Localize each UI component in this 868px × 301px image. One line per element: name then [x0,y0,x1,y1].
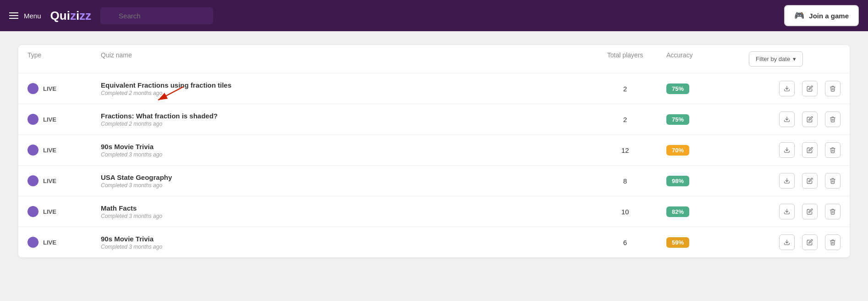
players-cell: 2 [584,116,666,123]
edit-button[interactable] [802,142,818,158]
delete-button[interactable] [825,234,841,250]
quiz-name: 90s Movie Trivia [101,235,584,243]
delete-button[interactable] [825,142,841,158]
quiz-completed: Completed 3 months ago [101,244,584,250]
accuracy-cell: 98% [666,176,749,186]
players-cell: 8 [584,177,666,185]
quiz-name: Fractions: What fraction is shaded? [101,112,584,120]
type-cell: LIVE [27,175,101,186]
actions-cell [749,81,841,96]
download-button[interactable] [779,204,795,219]
delete-button[interactable] [825,111,841,127]
accuracy-cell: 75% [666,84,749,94]
download-button[interactable] [779,142,795,158]
col-header-quizname: Quiz name [101,51,584,67]
quiz-name-cell: 90s Movie Trivia Completed 3 months ago [101,235,584,250]
quiz-name: 90s Movie Trivia [101,143,584,150]
main-header: Menu Quizizz 🎮 Join a game [0,0,868,31]
accuracy-badge: 75% [666,84,689,94]
join-game-label: Join a game [809,12,849,20]
hamburger-icon[interactable] [9,12,18,19]
accuracy-cell: 59% [666,237,749,248]
col-header-accuracy: Accuracy [666,51,749,67]
download-button[interactable] [779,234,795,250]
live-badge: LIVE [43,116,56,123]
filter-by-date-button[interactable]: Filter by date ▾ [749,51,803,67]
col-header-type: Type [27,51,101,67]
quiz-completed: Completed 3 months ago [101,151,584,158]
live-badge: LIVE [43,85,56,92]
edit-button[interactable] [802,204,818,219]
chevron-down-icon: ▾ [793,56,796,62]
menu-label: Menu [24,12,41,20]
search-input[interactable] [100,7,213,24]
quiz-completed: Completed 3 months ago [101,213,584,219]
accuracy-badge: 98% [666,176,689,186]
edit-button[interactable] [802,111,818,127]
live-dot [27,175,38,186]
live-badge: LIVE [43,147,56,154]
download-button[interactable] [779,111,795,127]
quiz-name-cell: Equivalent Fractions using fraction tile… [101,81,584,96]
type-cell: LIVE [27,83,101,94]
table-row: LIVE 90s Movie Trivia Completed 3 months… [18,227,850,257]
table-row: LIVE USA State Geography Completed 3 mon… [18,166,850,196]
actions-cell [749,142,841,158]
live-dot [27,83,38,94]
quiz-name: USA State Geography [101,173,584,181]
results-table: Type Quiz name Total players Accuracy Fi… [18,45,850,257]
accuracy-badge: 70% [666,145,689,156]
live-badge: LIVE [43,208,56,215]
quiz-name-cell: Math Facts Completed 3 months ago [101,204,584,219]
table-row: LIVE 90s Movie Trivia Completed 3 months… [18,135,850,166]
table-row: LIVE Math Facts Completed 3 months ago 1… [18,196,850,227]
actions-cell [749,204,841,219]
accuracy-cell: 70% [666,145,749,156]
delete-button[interactable] [825,204,841,219]
col-header-players: Total players [584,51,666,67]
accuracy-badge: 75% [666,114,689,125]
actions-cell [749,234,841,250]
players-cell: 6 [584,239,666,246]
col-header-filter: Filter by date ▾ [749,51,841,67]
delete-button[interactable] [825,81,841,96]
table-row: LIVE Fractions: What fraction is shaded?… [18,104,850,135]
accuracy-cell: 75% [666,114,749,125]
players-cell: 10 [584,208,666,216]
live-badge: LIVE [43,239,56,246]
edit-button[interactable] [802,234,818,250]
quiz-name-cell: Fractions: What fraction is shaded? Comp… [101,112,584,127]
players-cell: 2 [584,85,666,93]
main-content: Type Quiz name Total players Accuracy Fi… [0,31,868,271]
table-row: LIVE Equivalent Fractions using fraction… [18,73,850,104]
quiz-name-cell: USA State Geography Completed 3 months a… [101,173,584,189]
filter-label: Filter by date [756,56,790,62]
type-cell: LIVE [27,206,101,217]
live-dot [27,114,38,125]
edit-button[interactable] [802,81,818,96]
table-header: Type Quiz name Total players Accuracy Fi… [18,45,850,73]
quiz-completed: Completed 2 months ago [101,90,584,96]
live-dot [27,145,38,156]
edit-button[interactable] [802,173,818,189]
download-button[interactable] [779,173,795,189]
quiz-name: Equivalent Fractions using fraction tile… [101,81,584,89]
menu-area[interactable]: Menu Quizizz [9,9,91,23]
actions-cell [749,173,841,189]
quiz-name-cell: 90s Movie Trivia Completed 3 months ago [101,143,584,158]
quiz-name: Math Facts [101,204,584,212]
quiz-completed: Completed 2 months ago [101,121,584,127]
download-button[interactable] [779,81,795,96]
live-badge: LIVE [43,178,56,184]
accuracy-badge: 59% [666,237,689,248]
players-cell: 12 [584,146,666,154]
accuracy-badge: 82% [666,206,689,217]
type-cell: LIVE [27,114,101,125]
quiz-completed: Completed 3 months ago [101,182,584,189]
delete-button[interactable] [825,173,841,189]
actions-cell [749,111,841,127]
table-body: LIVE Equivalent Fractions using fraction… [18,73,850,257]
join-game-button[interactable]: 🎮 Join a game [784,5,859,26]
logo: Quizizz [50,9,92,23]
type-cell: LIVE [27,237,101,248]
